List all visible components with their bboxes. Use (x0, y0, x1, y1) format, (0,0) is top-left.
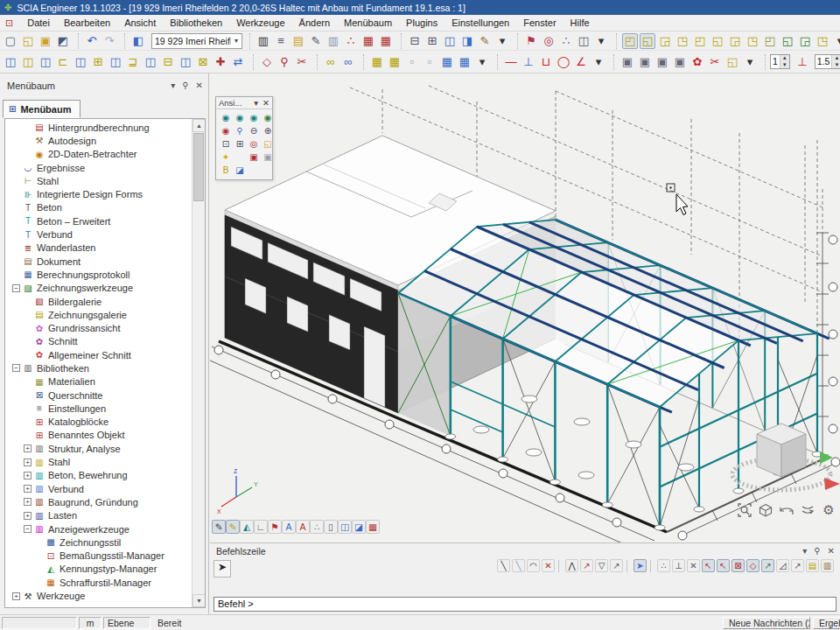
view-top-icon[interactable]: ◉ (248, 112, 260, 124)
chevron-down-icon[interactable]: ▾ (254, 98, 258, 108)
layers-icon[interactable]: ≡ (273, 33, 289, 49)
status-unit[interactable]: m (79, 617, 102, 629)
cursor-snap-icon[interactable]: ➤ (634, 559, 647, 572)
rotate-vertical-icon[interactable] (799, 501, 816, 519)
menu-bibliotheken[interactable]: Bibliotheken (163, 16, 229, 30)
panel-view-icon[interactable]: ◫ (338, 520, 352, 534)
copy-2-icon[interactable]: ▣ (637, 54, 653, 70)
tree-item-schnitt[interactable]: ✿Schnitt (5, 335, 191, 348)
viewport-3d[interactable]: Z Y X Ansi... ▾ ✕ ◉◉◉◉◉⚲⊖⊕⊡⊞◎◱✦▣▣B◪ ✎✎◭∟… (210, 74, 840, 542)
properties-panel-icon[interactable]: ◫ (576, 33, 592, 49)
tree-item-hintergrundberechnung[interactable]: ▤Hintergrundberechnung (5, 121, 191, 134)
angle-icon[interactable]: ∠ (573, 54, 589, 70)
table-small-1-icon[interactable]: ▫ (404, 54, 420, 70)
cursor-tool-button[interactable]: ➤ (214, 560, 231, 578)
zoom-all-icon[interactable]: ⊞ (234, 138, 246, 150)
menu-menübaum[interactable]: Menübaum (337, 16, 399, 30)
tree-item-zeichnungsstil[interactable]: ▩Zeichnungsstil (5, 536, 191, 549)
tree-item-anzeigewerkzeuge[interactable]: −▥Anzeigewerkzeuge (5, 522, 191, 536)
tree-item-benanntes-objekt[interactable]: ⊞Benanntes Objekt (5, 429, 191, 442)
coord-info-icon[interactable]: ✎ (308, 33, 324, 49)
cut-icon[interactable]: ✂ (707, 54, 723, 70)
snap-edge-icon[interactable]: ◿ (776, 559, 789, 572)
view-folder-icon[interactable]: ◱ (262, 138, 274, 150)
activity-4-icon[interactable]: ◳ (675, 33, 690, 49)
copy-1-icon[interactable]: ▣ (620, 54, 635, 70)
zoom-out-icon[interactable]: ⊖ (248, 125, 260, 137)
table-check-icon[interactable]: ▦ (457, 54, 472, 70)
break-member-icon[interactable]: ⊠ (195, 54, 211, 70)
tree-item-einstellungen[interactable]: ≡Einstellungen (5, 402, 191, 415)
settings-gear-icon[interactable]: ⚙ (820, 501, 837, 519)
units-icon[interactable]: ▥ (256, 33, 271, 49)
activity-11-icon[interactable]: ◲ (797, 33, 813, 49)
table-results-icon[interactable]: ▦ (360, 33, 376, 49)
enlarge-icon[interactable]: ✚ (213, 54, 228, 70)
pin-icon[interactable]: ⚲ (182, 80, 188, 90)
collapse-node-icon[interactable]: − (12, 364, 20, 372)
tree-item-zeichnungsgalerie[interactable]: ▤Zeichnungsgalerie (5, 308, 191, 321)
snap-dir-2-icon[interactable]: ↗ (610, 559, 623, 572)
snap-off-icon[interactable]: ✕ (687, 559, 700, 572)
copy-member-icon[interactable]: ◫ (20, 54, 36, 70)
open-project-icon[interactable]: ◱ (20, 33, 36, 49)
snap-storey-icon[interactable]: ▥ (821, 559, 834, 572)
close-icon[interactable]: ✕ (828, 546, 835, 556)
activity-1-icon[interactable]: ◰ (622, 33, 638, 49)
collapse-icon[interactable]: ▾ (171, 80, 175, 90)
tree-scrollbar[interactable]: ▲ ▼ (192, 119, 205, 607)
import-folder-icon[interactable]: ◱ (724, 54, 740, 70)
tree-item-dokument[interactable]: ▤Dokument (5, 255, 191, 268)
scale-member-icon[interactable]: ⊒ (125, 54, 141, 70)
snap-grid-icon[interactable]: ∴ (657, 559, 670, 572)
activity-5-icon[interactable]: ◰ (692, 33, 708, 49)
snap-tangent-icon[interactable]: ↗ (761, 559, 774, 572)
expand-node-icon[interactable]: + (24, 512, 32, 520)
snap-arc-icon[interactable]: ◠ (527, 559, 540, 572)
menu-ansicht[interactable]: Ansicht (117, 16, 163, 30)
menu-ändern[interactable]: Ändern (292, 16, 337, 30)
tree-item-verbund[interactable]: ΤVerbund (5, 228, 191, 241)
pin-icon[interactable]: ⚲ (814, 546, 820, 556)
tree-item-schraffurstil-manager[interactable]: ▦Schraffurstil-Manager (5, 576, 191, 589)
tree-item-querschnitte[interactable]: ⊠Querschnitte (5, 388, 191, 402)
scroll-up-icon[interactable]: ▲ (192, 119, 206, 132)
table-input-icon[interactable]: ▦ (369, 54, 385, 70)
spin-arrows[interactable]: ▲▼ (780, 55, 789, 68)
model-3d-canvas[interactable]: Z Y X (210, 84, 840, 542)
clipboard-icon[interactable]: ▥ (326, 33, 341, 49)
line-icon[interactable]: — (503, 54, 519, 70)
zoom-fit-icon[interactable] (736, 501, 753, 519)
menu-werkzeuge[interactable]: Werkzeuge (229, 16, 291, 30)
expand-node-icon[interactable]: + (24, 458, 32, 466)
snap-midpoint-icon[interactable]: ↖ (717, 559, 730, 572)
snap-delete-icon[interactable]: ✕ (542, 559, 555, 572)
zoom-in-icon[interactable]: ⊕ (262, 125, 274, 137)
more-draw-icon[interactable]: ▾ (591, 54, 606, 70)
view-axo-icon[interactable]: ◉ (262, 112, 274, 124)
project-selector[interactable]: 19 929 Imeri Rheifelden 2 ▾ (151, 33, 242, 49)
stretch-member-icon[interactable]: ◫ (73, 54, 88, 70)
erase-icon[interactable]: ✂ (294, 54, 310, 70)
more-select-icon[interactable]: ▾ (593, 33, 609, 49)
support-icon[interactable]: ⊥ (521, 54, 536, 70)
more-activity-icon[interactable]: ▾ (832, 33, 840, 49)
tree-item-beton[interactable]: ΤBeton (5, 201, 191, 214)
tree-item-bibliotheken[interactable]: −▥Bibliotheken (5, 361, 191, 374)
close-icon[interactable]: ✕ (196, 80, 203, 90)
view-front-icon[interactable]: ◉ (220, 112, 232, 124)
tree-item-grundrissansicht[interactable]: ✿Grundrissansicht (5, 321, 191, 334)
expand-node-icon[interactable]: + (24, 444, 32, 452)
close-icon[interactable]: ✕ (262, 98, 270, 108)
tree-item-struktur-analyse[interactable]: +▥Struktur, Analyse (5, 442, 191, 455)
select-dots-icon[interactable]: ∴ (558, 33, 574, 49)
snap-tri-icon[interactable]: ▽ (595, 559, 608, 572)
activity-9-icon[interactable]: ◰ (762, 33, 778, 49)
rotate-horizontal-icon[interactable] (778, 501, 795, 519)
activity-7-icon[interactable]: ◲ (727, 33, 743, 49)
tree-item-zeichnungswerkzeuge[interactable]: −▨Zeichnungswerkzeuge (5, 282, 191, 295)
camera-save-icon[interactable]: ▣ (248, 151, 260, 164)
save-icon[interactable]: ◩ (55, 33, 71, 49)
tree-item-wanderlasten[interactable]: ≣Wanderlasten (5, 242, 191, 255)
activity-10-icon[interactable]: ◱ (780, 33, 795, 49)
